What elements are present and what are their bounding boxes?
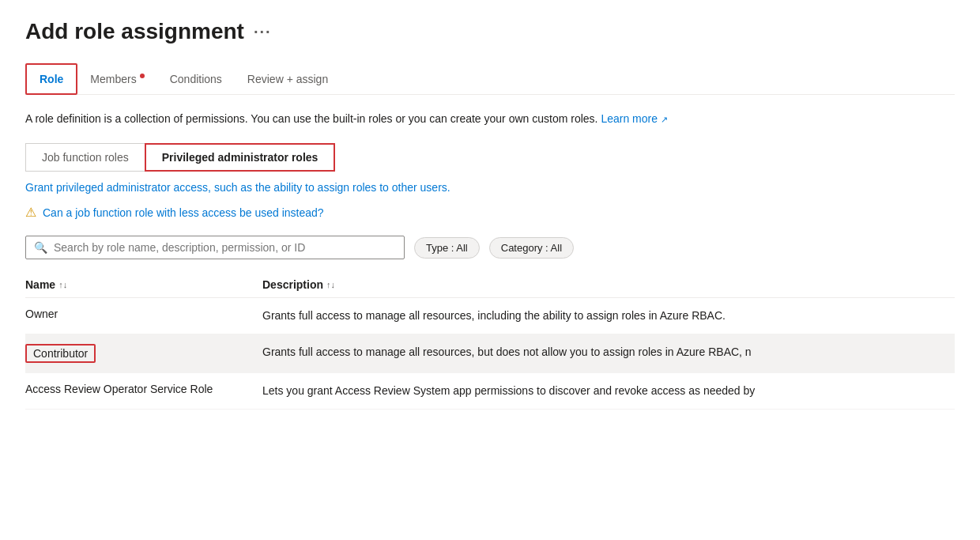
row-desc-access-review: Lets you grant Access Review System app … bbox=[262, 383, 910, 399]
warning-row: ⚠ Can a job function role with less acce… bbox=[25, 205, 955, 220]
search-box: 🔍 bbox=[25, 236, 405, 259]
page-title: Add role assignment bbox=[25, 19, 244, 44]
table-row[interactable]: Contributor Grants full access to manage… bbox=[25, 334, 955, 373]
category-filter[interactable]: Category : All bbox=[489, 237, 574, 259]
row-desc-owner: Grants full access to manage all resourc… bbox=[262, 308, 910, 324]
type-filter[interactable]: Type : All bbox=[414, 237, 480, 259]
members-dot bbox=[140, 74, 145, 78]
col-header-name: Name ↑↓ bbox=[25, 278, 262, 291]
role-table: Name ↑↓ Description ↑↓ Owner Grants full… bbox=[25, 272, 955, 410]
search-input[interactable] bbox=[54, 241, 396, 254]
row-name-contributor: Contributor bbox=[25, 344, 262, 363]
row-name-owner: Owner bbox=[25, 308, 262, 320]
description-row: A role definition is a collection of per… bbox=[25, 111, 955, 127]
name-sort-icon[interactable]: ↑↓ bbox=[58, 280, 67, 289]
tab-role[interactable]: Role bbox=[25, 63, 77, 95]
tab-conditions[interactable]: Conditions bbox=[157, 65, 235, 93]
tab-members[interactable]: Members bbox=[77, 65, 156, 93]
row-name-access-review: Access Review Operator Service Role bbox=[25, 383, 262, 395]
table-header: Name ↑↓ Description ↑↓ bbox=[25, 272, 955, 298]
tab-review-assign[interactable]: Review + assign bbox=[235, 65, 341, 93]
warning-icon: ⚠ bbox=[25, 205, 36, 220]
tab-bar: Role Members Conditions Review + assign bbox=[25, 63, 955, 95]
role-type-tabs: Job function roles Privileged administra… bbox=[25, 143, 955, 172]
warning-link[interactable]: Can a job function role with less access… bbox=[43, 206, 324, 219]
table-row[interactable]: Owner Grants full access to manage all r… bbox=[25, 298, 955, 334]
row-desc-contributor: Grants full access to manage all resourc… bbox=[262, 344, 910, 361]
more-options-icon[interactable]: ··· bbox=[254, 23, 272, 41]
description-sort-icon[interactable]: ↑↓ bbox=[326, 280, 335, 289]
search-filter-row: 🔍 Type : All Category : All bbox=[25, 236, 955, 259]
learn-more-link[interactable]: Learn more ↗ bbox=[601, 112, 667, 125]
page-container: Add role assignment ··· Role Members Con… bbox=[0, 0, 980, 540]
external-link-icon: ↗ bbox=[661, 115, 668, 124]
search-icon: 🔍 bbox=[34, 241, 47, 254]
role-tab-job-function[interactable]: Job function roles bbox=[25, 143, 145, 172]
sub-description: Grant privileged administrator access, s… bbox=[25, 181, 955, 194]
col-header-description: Description ↑↓ bbox=[262, 278, 955, 291]
table-row[interactable]: Access Review Operator Service Role Lets… bbox=[25, 373, 955, 410]
page-title-row: Add role assignment ··· bbox=[25, 19, 955, 44]
role-tab-privileged[interactable]: Privileged administrator roles bbox=[145, 143, 336, 172]
